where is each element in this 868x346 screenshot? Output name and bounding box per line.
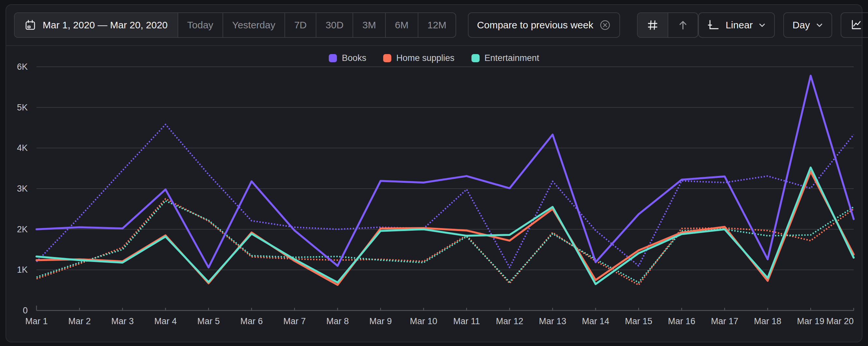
preset-6m[interactable]: 6M — [385, 13, 418, 37]
legend-label: Entertainment — [485, 53, 539, 63]
x-axis-label-mar-6: Mar 6 — [240, 316, 262, 326]
toolbar: Mar 1, 2020 — Mar 20, 2020 TodayYesterda… — [6, 5, 862, 46]
y-axis-label-6K: 6K — [17, 62, 28, 72]
scale-dropdown[interactable]: Linear — [698, 12, 775, 38]
arrow-up-icon — [677, 20, 688, 31]
x-axis-label-mar-5: Mar 5 — [197, 316, 220, 326]
x-axis-label-mar-8: Mar 8 — [326, 316, 349, 326]
x-axis-label-mar-2: Mar 2 — [68, 316, 91, 326]
date-range-label: Mar 1, 2020 — Mar 20, 2020 — [43, 20, 168, 31]
chevron-down-icon — [816, 23, 823, 27]
grid-icon — [647, 20, 658, 31]
x-axis-label-mar-18: Mar 18 — [754, 316, 781, 326]
chart-region: 01K2K3K4K5K6KMar 1Mar 2Mar 3Mar 4Mar 5Ma… — [6, 46, 862, 342]
preset-7d[interactable]: 7D — [284, 13, 316, 37]
x-axis-label-mar-16: Mar 16 — [668, 316, 695, 326]
x-axis-label-mar-20: Mar 20 — [826, 316, 854, 326]
x-axis-label-mar-1: Mar 1 — [25, 316, 48, 326]
chevron-down-icon — [758, 23, 766, 27]
x-axis-label-mar-19: Mar 19 — [797, 316, 824, 326]
legend-swatch — [383, 54, 391, 62]
preset-yesterday[interactable]: Yesterday — [222, 13, 284, 37]
preset-today[interactable]: Today — [178, 13, 222, 37]
chart-svg: 01K2K3K4K5K6KMar 1Mar 2Mar 3Mar 4Mar 5Ma… — [6, 46, 862, 342]
x-axis-label-mar-7: Mar 7 — [283, 316, 306, 326]
y-axis-label-1K: 1K — [17, 265, 28, 275]
x-axis-label-mar-14: Mar 14 — [582, 316, 609, 326]
legend-swatch — [471, 54, 479, 62]
series-line-entertainment-previous-week — [36, 201, 854, 282]
y-axis-label-2K: 2K — [17, 224, 28, 234]
preset-30d[interactable]: 30D — [316, 13, 352, 37]
legend: BooksHome suppliesEntertainment — [6, 53, 862, 63]
calendar-icon — [25, 19, 36, 31]
legend-label: Books — [342, 53, 366, 63]
date-range-group: Mar 1, 2020 — Mar 20, 2020 TodayYesterda… — [14, 12, 456, 38]
x-axis-label-mar-13: Mar 13 — [539, 316, 566, 326]
y-axis-label-0: 0 — [23, 306, 28, 315]
y-axis-label-3K: 3K — [17, 184, 28, 193]
x-axis-label-mar-11: Mar 11 — [453, 316, 480, 326]
interval-label: Day — [793, 20, 810, 31]
arrow-up-toggle[interactable] — [668, 13, 698, 37]
x-axis-label-mar-4: Mar 4 — [154, 316, 177, 326]
y-axis-label-5K: 5K — [17, 103, 28, 113]
series-line-entertainment — [36, 167, 854, 284]
view-toggle-group — [637, 12, 698, 38]
legend-item-home-supplies[interactable]: Home supplies — [383, 53, 455, 63]
x-axis-label-mar-17: Mar 17 — [711, 316, 738, 326]
interval-dropdown[interactable]: Day — [783, 12, 832, 38]
line-chart-icon — [850, 19, 862, 31]
x-axis-label-mar-15: Mar 15 — [625, 316, 652, 326]
y-axis-label-4K: 4K — [17, 143, 28, 153]
scale-label: Linear — [725, 20, 753, 31]
chart-type-dropdown[interactable]: Line — [841, 12, 868, 38]
legend-swatch — [329, 54, 337, 62]
compare-label: Compare to previous week — [477, 20, 593, 31]
preset-3m[interactable]: 3M — [352, 13, 385, 37]
legend-label: Home supplies — [396, 53, 455, 63]
x-axis-label-mar-3: Mar 3 — [111, 316, 133, 326]
dismiss-compare-icon[interactable] — [599, 19, 611, 31]
date-range-picker[interactable]: Mar 1, 2020 — Mar 20, 2020 — [15, 13, 178, 37]
dashboard-panel: Mar 1, 2020 — Mar 20, 2020 TodayYesterda… — [5, 4, 863, 342]
x-axis-label-mar-9: Mar 9 — [369, 316, 392, 326]
linear-axis-icon — [707, 19, 720, 31]
x-axis-label-mar-10: Mar 10 — [410, 316, 437, 326]
legend-item-books[interactable]: Books — [329, 53, 366, 63]
series-line-home-supplies-previous-week — [36, 199, 854, 285]
grid-view-toggle[interactable] — [638, 13, 668, 37]
compare-button[interactable]: Compare to previous week — [468, 12, 620, 38]
x-axis-label-mar-12: Mar 12 — [496, 316, 523, 326]
preset-12m[interactable]: 12M — [418, 13, 456, 37]
legend-item-entertainment[interactable]: Entertainment — [471, 53, 539, 63]
chart-controls: Linear Day — [698, 12, 868, 38]
